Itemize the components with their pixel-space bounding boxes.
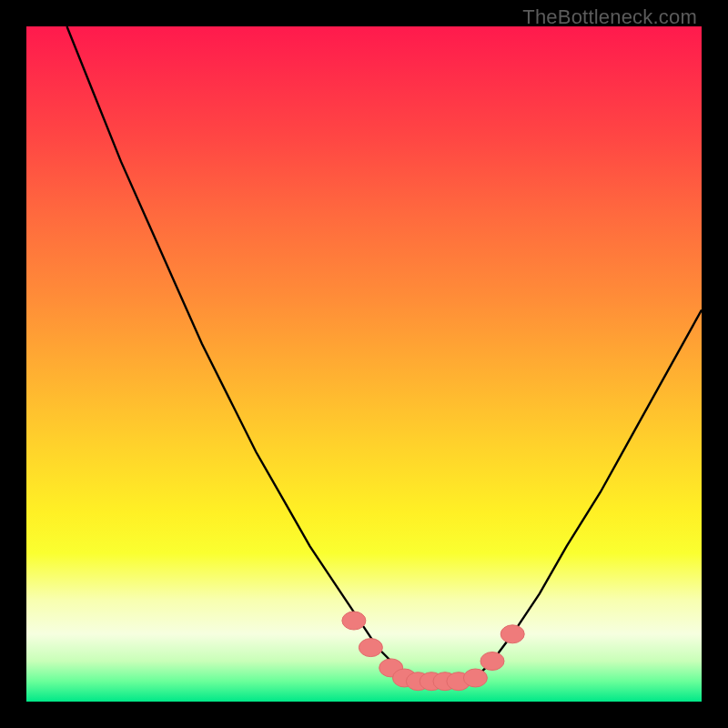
marker-point xyxy=(359,639,382,657)
marker-point xyxy=(480,652,504,671)
plot-area xyxy=(26,26,702,702)
marker-point xyxy=(500,625,524,643)
marker-point xyxy=(379,659,403,677)
marker-point xyxy=(420,672,443,691)
marker-point xyxy=(447,672,470,691)
marker-point xyxy=(393,669,417,687)
marker-point xyxy=(406,672,430,691)
chart-frame: TheBottleneck.com xyxy=(0,0,728,728)
left-curve xyxy=(67,26,405,674)
chart-svg xyxy=(26,26,702,702)
marker-point xyxy=(463,669,487,687)
watermark-text: TheBottleneck.com xyxy=(522,5,697,29)
marker-point xyxy=(433,672,457,691)
highlighted-points xyxy=(342,612,524,691)
flat-bottom xyxy=(405,674,480,681)
right-curve xyxy=(479,310,702,675)
marker-point xyxy=(342,612,366,630)
